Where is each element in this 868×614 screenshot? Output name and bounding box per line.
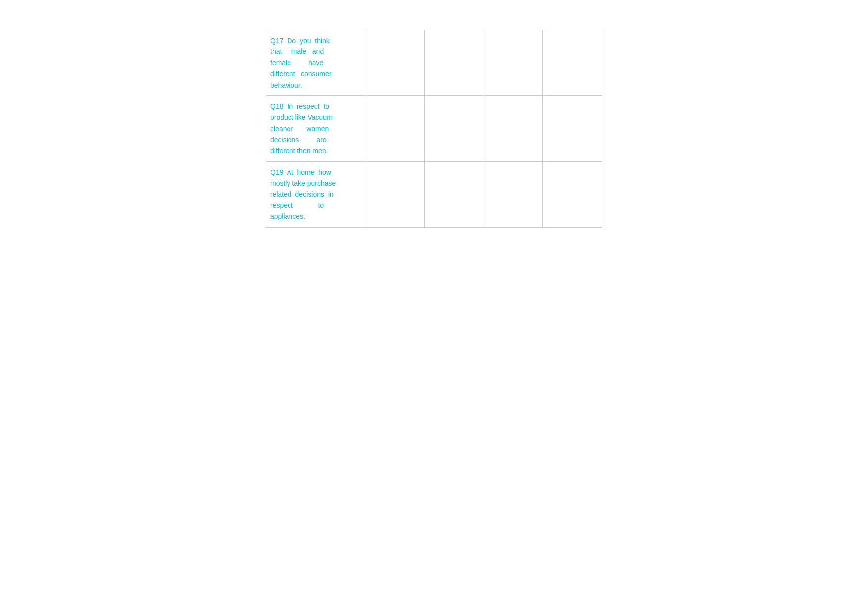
q17-question-cell: Q17 Do you think that male and female ha… bbox=[266, 30, 365, 96]
q18-question-cell: Q18 In respect to product like Vacuum cl… bbox=[266, 95, 365, 161]
q17-cell-2 bbox=[424, 30, 483, 96]
q18-cell-4 bbox=[543, 95, 602, 161]
q19-cell-1 bbox=[365, 161, 424, 227]
q18-cell-2 bbox=[424, 95, 483, 161]
q19-cell-3 bbox=[483, 161, 543, 227]
q17-cell-1 bbox=[365, 30, 424, 96]
q17-cell-3 bbox=[483, 30, 543, 96]
table-row: Q17 Do you think that male and female ha… bbox=[266, 30, 602, 96]
q18-cell-1 bbox=[365, 95, 424, 161]
table-row: Q18 In respect to product like Vacuum cl… bbox=[266, 95, 602, 161]
survey-table: Q17 Do you think that male and female ha… bbox=[266, 30, 602, 228]
q17-cell-4 bbox=[543, 30, 602, 96]
q19-cell-2 bbox=[424, 161, 483, 227]
q19-question-text: Q19 At home how mostly take purchase rel… bbox=[270, 168, 336, 221]
q19-question-cell: Q19 At home how mostly take purchase rel… bbox=[266, 161, 365, 227]
q19-cell-4 bbox=[543, 161, 602, 227]
q18-question-text: Q18 In respect to product like Vacuum cl… bbox=[270, 102, 333, 155]
q17-question-text: Q17 Do you think that male and female ha… bbox=[270, 37, 331, 89]
q18-cell-3 bbox=[483, 95, 543, 161]
table-row: Q19 At home how mostly take purchase rel… bbox=[266, 161, 602, 227]
